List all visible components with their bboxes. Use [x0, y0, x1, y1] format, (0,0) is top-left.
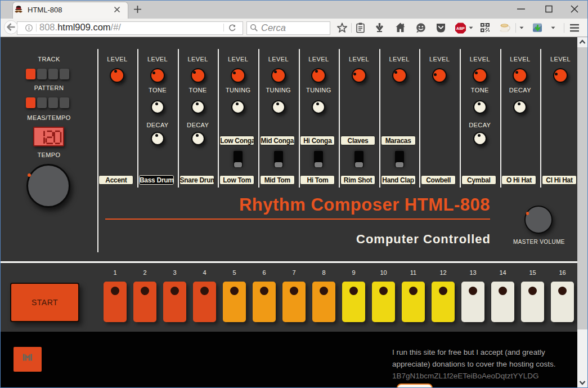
svg-text:ABP: ABP [456, 26, 465, 30]
